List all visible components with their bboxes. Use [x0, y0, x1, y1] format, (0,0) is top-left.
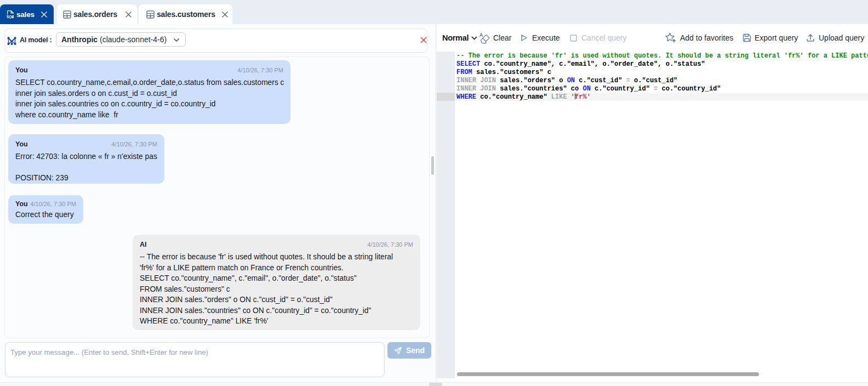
svg-text:SQL: SQL — [7, 15, 14, 19]
